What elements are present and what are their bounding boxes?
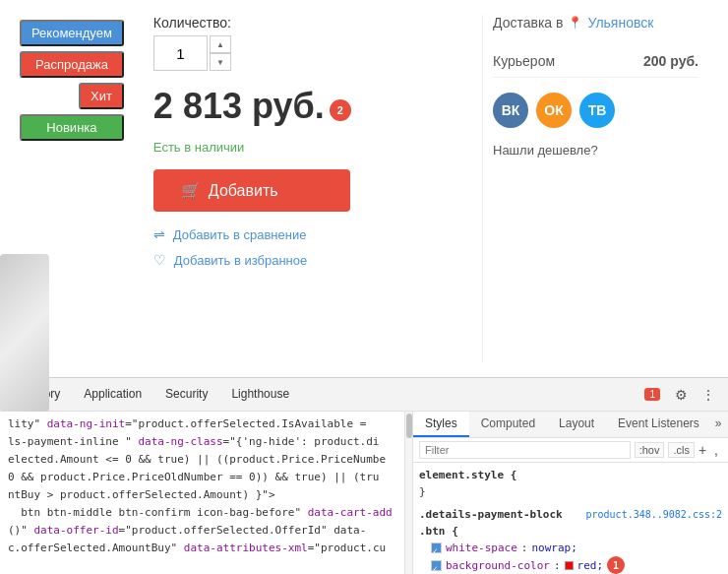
dom-line: c.offerSelected.AmountBuy" data-attribut… — [8, 540, 404, 557]
social-vk-button[interactable]: ВК — [493, 93, 528, 128]
social-ok-button[interactable]: ОК — [536, 93, 572, 128]
badges-list: Рекомендуем Распродажа Хит Новинка — [20, 15, 124, 141]
style-source-link[interactable]: product.348..9082.css:2 — [586, 506, 722, 523]
add-button-label: Добавить — [209, 182, 278, 200]
add-to-cart-button[interactable]: 🛒 Добавить — [153, 169, 350, 212]
delivery-price: 200 руб. — [643, 53, 698, 69]
dom-line: 0 && product.Price.PriceOldNumber == 0))… — [8, 469, 404, 486]
twitter-icon: ТВ — [588, 102, 607, 118]
delivery-header: Доставка в 📍 Ульяновск — [493, 15, 698, 31]
cart-icon: 🛒 — [181, 181, 201, 200]
dom-panel: lity" data-ng-init="product.offerSelecte… — [0, 412, 413, 574]
tab-layout[interactable]: Layout — [547, 412, 606, 437]
delivery-label: Доставка в — [493, 15, 563, 31]
badge-sale[interactable]: Распродажа — [20, 51, 124, 78]
tab-application[interactable]: Application — [74, 378, 152, 412]
add-to-favorites-link[interactable]: ♡ Добавить в избранное — [153, 252, 472, 268]
product-image — [0, 254, 49, 412]
prop-name-bgcolor: background-color — [446, 557, 550, 574]
quantity-up[interactable]: ▲ — [210, 35, 231, 53]
dom-line: ntBuy > product.offerSelected.Amount) }"… — [8, 486, 404, 504]
delivery-method-row: Курьером 200 руб. — [493, 45, 698, 78]
delivery-method: Курьером — [493, 53, 555, 69]
tab-lighthouse[interactable]: Lighthouse — [221, 378, 299, 412]
tab-styles[interactable]: Styles — [413, 412, 469, 437]
badge-new[interactable]: Новинка — [20, 114, 124, 141]
styles-filter-bar: :hov .cls + , — [413, 438, 728, 463]
settings-icon[interactable]: ⚙ — [670, 385, 693, 405]
color-swatch-red[interactable] — [565, 561, 574, 570]
quantity-down[interactable]: ▼ — [210, 53, 231, 71]
cheaper-link[interactable]: Нашли дешевле? — [493, 143, 698, 158]
prop-value-bgcolor: red; — [577, 557, 604, 574]
style-prop-whitespace: white-space : nowrap; — [419, 540, 722, 556]
prop-value-whitespace: nowrap; — [531, 540, 576, 556]
delivery-city[interactable]: Ульяновск — [587, 15, 653, 31]
prop-checkbox-whitespace[interactable] — [431, 542, 442, 553]
element-style-selector: element.style { — [419, 467, 722, 483]
tab-security[interactable]: Security — [155, 378, 217, 412]
hover-filter-button[interactable]: :hov — [635, 442, 665, 458]
quantity-arrows: ▲ ▼ — [210, 35, 231, 71]
tab-event-listeners[interactable]: Event Listeners — [606, 412, 711, 437]
dom-line: elected.Amount <= 0 && true) || ((produc… — [8, 451, 404, 469]
details-payment-style-block: .details-payment-block product.348..9082… — [419, 506, 722, 574]
add-style-button[interactable]: + — [698, 442, 706, 458]
more-icon[interactable]: ⋮ — [697, 385, 720, 405]
element-style-block: element.style { } — [419, 467, 722, 500]
quantity-input[interactable] — [153, 35, 208, 71]
compare-icon: ⇌ — [153, 226, 165, 242]
styles-tabs-more-icon[interactable]: » — [711, 412, 726, 437]
styles-filter-input[interactable] — [419, 441, 631, 459]
details-selector: .details-payment-block — [419, 506, 563, 523]
btn-selector: .btn { — [419, 523, 722, 540]
notification-badge: 2 — [330, 99, 351, 121]
styles-panel: Styles Computed Layout Event Listeners »… — [413, 412, 728, 574]
add-to-compare-link[interactable]: ⇌ Добавить в сравнение — [153, 226, 472, 242]
in-stock-status: Есть в наличии — [153, 140, 472, 155]
prop-checkbox-bgcolor[interactable] — [431, 560, 442, 571]
heart-icon: ♡ — [153, 252, 166, 268]
prop-colon: : — [521, 540, 528, 556]
vk-icon: ВК — [502, 102, 520, 118]
styles-tabs: Styles Computed Layout Event Listeners » — [413, 412, 728, 438]
ok-icon: ОК — [544, 102, 563, 118]
more-styles-icon[interactable]: , — [710, 441, 722, 459]
dom-line: ls-payment-inline " data-ng-class="{'ng-… — [8, 433, 404, 451]
product-price: 2 813 руб. — [153, 86, 325, 127]
devtools-bar: Memory Application Security Lighthouse 1… — [0, 377, 728, 411]
product-area: Рекомендуем Распродажа Хит Новинка Колич… — [0, 0, 728, 377]
compare-label: Добавить в сравнение — [173, 227, 307, 242]
badge-recommended[interactable]: Рекомендуем — [20, 20, 124, 46]
error-indicator-badge: 1 — [607, 556, 625, 574]
dom-line: ()" data-offer-id="product.offerSelected… — [8, 522, 404, 540]
quantity-control: ▲ ▼ — [153, 35, 472, 71]
dom-line: lity" data-ng-init="product.offerSelecte… — [8, 415, 404, 433]
prop-name-whitespace: white-space — [446, 540, 517, 556]
quantity-label: Количество: — [153, 15, 472, 31]
product-right: Доставка в 📍 Ульяновск Курьером 200 руб.… — [482, 15, 708, 362]
cls-filter-button[interactable]: .cls — [668, 442, 695, 458]
product-center: Количество: ▲ ▼ 2 813 руб. 2 Есть в нали… — [144, 15, 482, 362]
social-icons-row: ВК ОК ТВ — [493, 93, 698, 128]
dom-lines: lity" data-ng-init="product.offerSelecte… — [0, 412, 412, 561]
style-prop-bgcolor: background-color : red; 1 — [419, 556, 722, 574]
error-count-badge: 1 — [644, 388, 660, 401]
badge-hit[interactable]: Хит — [79, 83, 124, 109]
prop-colon-2: : — [554, 557, 561, 574]
favorites-label: Добавить в избранное — [174, 253, 307, 268]
location-pin-icon: 📍 — [568, 16, 582, 30]
tab-computed[interactable]: Computed — [469, 412, 547, 437]
styles-content: element.style { } .details-payment-block… — [413, 463, 728, 574]
dom-line: btn btn-middle btn-confirm icon-bag-befo… — [8, 504, 404, 522]
social-twitter-button[interactable]: ТВ — [579, 93, 615, 128]
devtools-content: lity" data-ng-init="product.offerSelecte… — [0, 411, 728, 574]
